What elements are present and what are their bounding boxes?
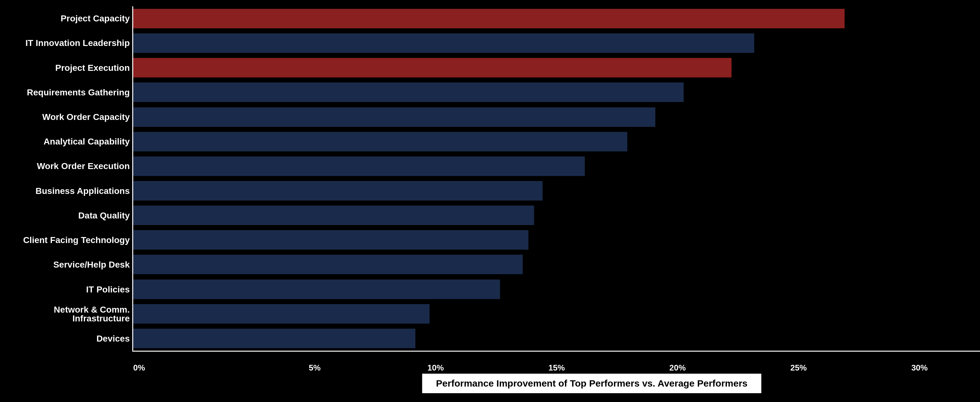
bar-row [133, 56, 980, 80]
x-tick-label: 10% [375, 363, 496, 373]
y-label: IT Policies [0, 277, 130, 302]
y-label: Data Quality [0, 203, 130, 228]
y-label: Service/Help Desk [0, 253, 130, 277]
x-tick-label: 20% [617, 363, 738, 373]
chart-area: Project CapacityIT Innovation Leadership… [0, 6, 980, 352]
bar-row [133, 80, 980, 105]
bar-row [133, 326, 980, 351]
x-tick-label: 0% [133, 363, 254, 373]
y-label: Devices [0, 326, 130, 351]
y-label: Project Execution [0, 56, 130, 80]
y-label: Analytical Capability [0, 129, 130, 154]
bar [133, 132, 627, 151]
bar-row [133, 227, 980, 252]
x-tick-label: 25% [738, 363, 859, 373]
y-label: IT Innovation Leadership [0, 31, 130, 56]
y-label: Project Capacity [0, 6, 130, 31]
y-label: Business Applications [0, 179, 130, 203]
bar [133, 255, 523, 274]
bar-row [133, 203, 980, 227]
bar [133, 58, 732, 78]
bar-row [133, 31, 980, 56]
bar [133, 329, 415, 348]
bar [133, 280, 500, 299]
x-axis-title: Performance Improvement of Top Performer… [422, 374, 762, 393]
bars-section: 0%5%10%15%20%25%30% [132, 6, 980, 352]
bar [133, 156, 585, 176]
bar-row [133, 129, 980, 154]
bar-row [133, 302, 980, 326]
bar-row [133, 252, 980, 277]
bar-row [133, 105, 980, 129]
bar [133, 9, 845, 28]
y-labels: Project CapacityIT Innovation Leadership… [0, 6, 132, 352]
bar-row [133, 277, 980, 302]
x-axis-ticks: 0%5%10%15%20%25%30% [133, 363, 980, 373]
y-label: Requirements Gathering [0, 80, 130, 105]
bar [133, 83, 684, 102]
y-label: Client Facing Technology [0, 228, 130, 253]
bar [133, 181, 542, 200]
y-label: Work Order Capacity [0, 105, 130, 129]
bar [133, 304, 430, 324]
x-tick-label: 30% [859, 363, 980, 373]
bar-row [133, 154, 980, 178]
y-label: Network & Comm. Infrastructure [0, 302, 130, 326]
bar-row [133, 178, 980, 203]
bar [133, 206, 534, 225]
bar [133, 107, 655, 127]
bar-row [133, 6, 980, 31]
x-tick-label: 5% [254, 363, 375, 373]
bar [133, 33, 754, 53]
chart-container: Project CapacityIT Innovation Leadership… [0, 0, 980, 402]
y-label: Work Order Execution [0, 154, 130, 178]
x-tick-label: 15% [496, 363, 617, 373]
bar [133, 230, 528, 249]
